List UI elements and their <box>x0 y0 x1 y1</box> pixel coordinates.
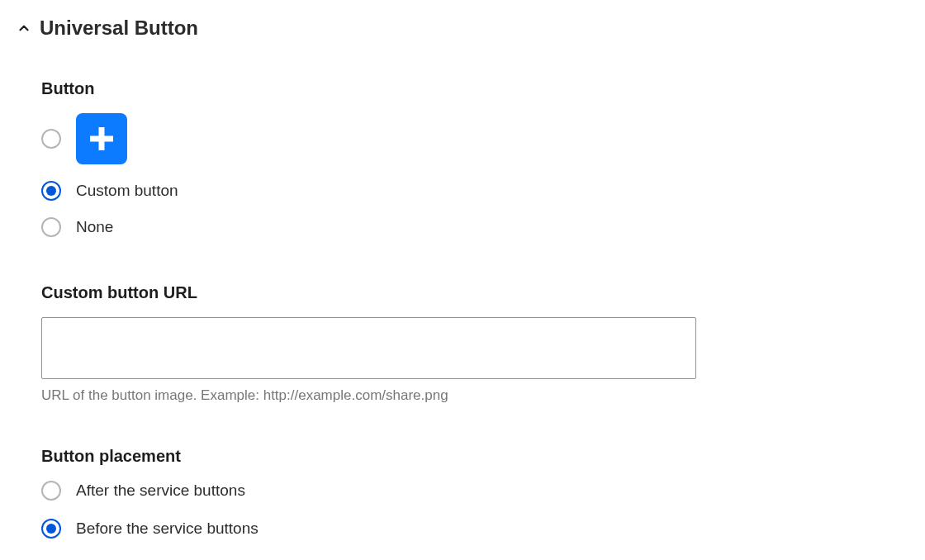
button-radio-group: Custom button None <box>41 113 910 237</box>
custom-url-help-text: URL of the button image. Example: http:/… <box>41 387 910 404</box>
button-field-label: Button <box>41 79 910 98</box>
radio-label: Custom button <box>76 182 178 200</box>
chevron-up-icon <box>15 19 33 37</box>
radio-indicator <box>41 217 61 237</box>
radio-label: Before the service buttons <box>76 520 259 538</box>
button-option-plus[interactable] <box>41 113 910 164</box>
section-header-universal-button[interactable]: Universal Button <box>15 17 910 40</box>
radio-indicator <box>41 481 61 501</box>
placement-field-label: Button placement <box>41 447 910 466</box>
radio-indicator <box>41 181 61 201</box>
plus-icon <box>76 113 127 164</box>
placement-radio-group: After the service buttons Before the ser… <box>41 481 910 539</box>
button-option-custom[interactable]: Custom button <box>41 181 910 201</box>
section-title: Universal Button <box>40 17 198 40</box>
radio-label: After the service buttons <box>76 482 245 500</box>
placement-option-after[interactable]: After the service buttons <box>41 481 910 501</box>
placement-option-before[interactable]: Before the service buttons <box>41 519 910 539</box>
radio-indicator <box>41 519 61 539</box>
radio-indicator <box>41 129 61 149</box>
button-option-none[interactable]: None <box>41 217 910 237</box>
custom-url-label: Custom button URL <box>41 283 910 302</box>
radio-label: None <box>76 218 113 236</box>
custom-url-input[interactable] <box>41 317 696 379</box>
